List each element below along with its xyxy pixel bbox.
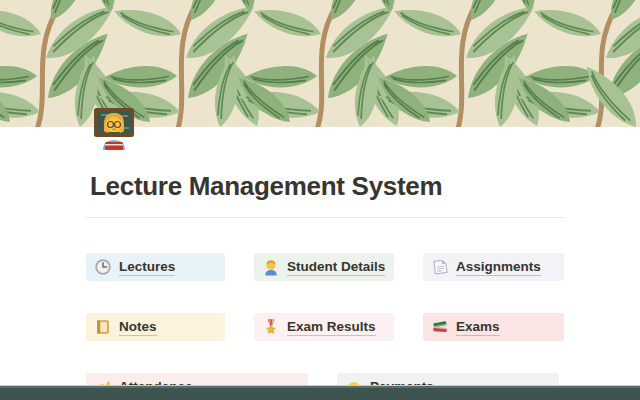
bookmark-tabs-icon xyxy=(431,258,449,276)
books-icon xyxy=(431,318,449,336)
card-lectures-label: Lectures xyxy=(119,259,175,276)
card-lectures[interactable]: Lectures xyxy=(86,253,225,281)
card-exams[interactable]: Exams xyxy=(423,313,564,341)
page-title[interactable]: Lecture Management System xyxy=(90,171,442,202)
notebook-icon xyxy=(94,318,112,336)
bottom-bar xyxy=(0,385,640,400)
notion-page: Lecture Management System Lectures Stude… xyxy=(0,0,640,400)
card-notes[interactable]: Notes xyxy=(86,313,225,341)
card-exams-label: Exams xyxy=(456,319,500,336)
divider xyxy=(86,217,564,218)
student-icon xyxy=(262,258,280,276)
card-assignments[interactable]: Assignments xyxy=(423,253,564,281)
card-assignments-label: Assignments xyxy=(456,259,541,276)
card-exam-results[interactable]: Exam Results xyxy=(254,313,394,341)
clock-icon xyxy=(94,258,112,276)
card-exam-results-label: Exam Results xyxy=(287,319,376,336)
card-student-details[interactable]: Student Details xyxy=(254,253,394,281)
medal-icon xyxy=(262,318,280,336)
woman-teacher-emoji-icon[interactable] xyxy=(91,104,137,150)
card-student-details-label: Student Details xyxy=(287,259,385,276)
card-notes-label: Notes xyxy=(119,319,157,336)
